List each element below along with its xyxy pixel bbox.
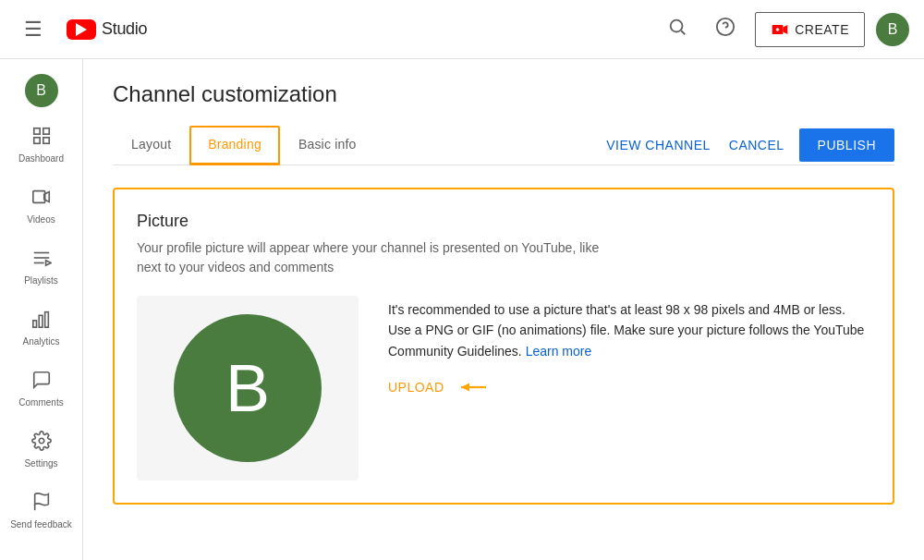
- picture-section-description: Your profile picture will appear where y…: [137, 238, 617, 277]
- header-right: CREATE B: [659, 11, 909, 48]
- sidebar-item-comments[interactable]: Comments: [0, 359, 82, 420]
- tab-branding[interactable]: Branding: [189, 126, 280, 165]
- svg-marker-24: [461, 383, 469, 392]
- profile-avatar-circle: B: [174, 314, 322, 462]
- main-content: Channel customization Layout Branding Ba…: [83, 59, 924, 560]
- picture-section-card: Picture Your profile picture will appear…: [113, 188, 894, 505]
- sidebar-playlists-label: Playlists: [24, 275, 58, 286]
- recommendation-text: It's recommended to use a picture that's…: [388, 302, 864, 359]
- svg-rect-18: [32, 321, 36, 327]
- publish-button[interactable]: PUBLISH: [799, 128, 894, 162]
- arrow-icon: [456, 376, 489, 398]
- section-body: B It's recommended to use a picture that…: [137, 296, 870, 481]
- sidebar-item-videos[interactable]: Videos: [0, 176, 82, 237]
- create-button[interactable]: CREATE: [755, 12, 865, 47]
- tab-layout[interactable]: Layout: [113, 126, 189, 165]
- sidebar-item-playlists[interactable]: Playlists: [0, 237, 82, 298]
- analytics-icon: [31, 309, 52, 333]
- comments-icon: [31, 370, 52, 394]
- hamburger-icon: ☰: [24, 18, 43, 42]
- sidebar-analytics-label: Analytics: [22, 336, 59, 347]
- videos-icon: [31, 187, 52, 211]
- tab-actions: VIEW CHANNEL CANCEL PUBLISH: [602, 128, 894, 162]
- svg-rect-8: [33, 128, 39, 134]
- upload-recommendation-text: It's recommended to use a picture that's…: [388, 299, 870, 361]
- svg-marker-5: [784, 25, 788, 34]
- svg-rect-9: [43, 128, 48, 134]
- sidebar-videos-label: Videos: [27, 214, 55, 225]
- header: ☰ Studio: [0, 0, 924, 59]
- view-channel-button[interactable]: VIEW CHANNEL: [602, 130, 714, 160]
- user-avatar-button[interactable]: B: [876, 13, 909, 46]
- create-icon: [771, 20, 789, 39]
- header-left: ☰ Studio: [15, 11, 147, 48]
- svg-rect-12: [32, 191, 44, 203]
- profile-picture-preview: B: [137, 296, 359, 481]
- svg-point-0: [671, 20, 683, 32]
- cancel-button[interactable]: CANCEL: [725, 130, 788, 160]
- dashboard-icon: [31, 126, 52, 150]
- settings-icon: [31, 431, 52, 455]
- help-icon: [715, 17, 736, 42]
- learn-more-link[interactable]: Learn more: [526, 344, 592, 359]
- svg-rect-10: [33, 138, 39, 143]
- upload-info: It's recommended to use a picture that's…: [388, 296, 870, 398]
- page-title: Channel customization: [113, 81, 894, 107]
- svg-marker-17: [45, 261, 51, 266]
- svg-rect-20: [44, 312, 48, 328]
- search-button[interactable]: [659, 11, 696, 48]
- sidebar-item-dashboard[interactable]: Dashboard: [0, 115, 82, 176]
- sidebar-item-feedback[interactable]: Send feedback: [0, 481, 82, 542]
- menu-button[interactable]: ☰: [15, 11, 52, 48]
- sidebar-dashboard-label: Dashboard: [18, 153, 64, 164]
- picture-section-title: Picture: [137, 212, 870, 231]
- tabs-container: Layout Branding Basic info VIEW CHANNEL …: [113, 126, 894, 165]
- upload-button[interactable]: UPLOAD: [388, 380, 444, 395]
- sidebar: B Dashboard Videos: [0, 59, 83, 560]
- sidebar-comments-label: Comments: [18, 397, 63, 408]
- logo[interactable]: Studio: [67, 19, 147, 40]
- tab-basic-info[interactable]: Basic info: [280, 126, 375, 165]
- svg-rect-11: [43, 138, 48, 143]
- profile-avatar-letter: B: [225, 350, 270, 426]
- svg-point-21: [39, 438, 44, 444]
- sidebar-item-analytics[interactable]: Analytics: [0, 298, 82, 359]
- sidebar-item-settings[interactable]: Settings: [0, 420, 82, 481]
- sidebar-feedback-label: Send feedback: [10, 519, 72, 530]
- svg-rect-19: [39, 315, 43, 327]
- studio-label: Studio: [102, 19, 147, 39]
- playlists-icon: [31, 248, 52, 272]
- search-icon: [667, 17, 687, 42]
- youtube-icon: [67, 19, 96, 40]
- sidebar-avatar-letter: B: [36, 82, 46, 99]
- sidebar-avatar[interactable]: B: [25, 74, 58, 107]
- create-label: CREATE: [795, 22, 849, 37]
- svg-line-1: [682, 30, 686, 34]
- upload-row: UPLOAD: [388, 376, 870, 398]
- feedback-icon: [31, 492, 52, 516]
- avatar-letter: B: [888, 21, 898, 38]
- help-button[interactable]: [707, 11, 744, 48]
- app-body: B Dashboard Videos: [0, 59, 924, 560]
- sidebar-settings-label: Settings: [24, 458, 57, 469]
